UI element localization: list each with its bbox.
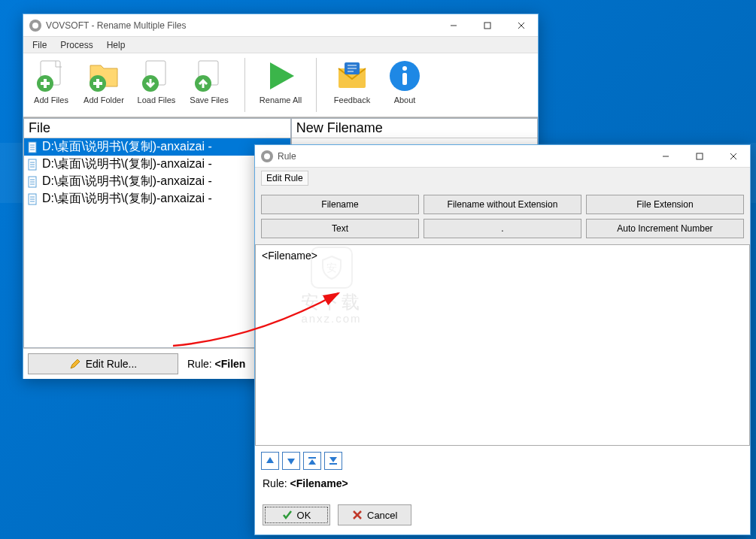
rename-all-button[interactable]: Rename All (259, 58, 302, 104)
insert-text-button[interactable]: Text (261, 219, 419, 238)
rule-window-title: Rule (278, 151, 296, 162)
play-icon (263, 58, 299, 94)
document-icon (27, 159, 39, 171)
load-files-icon (138, 58, 175, 94)
svg-rect-42 (697, 153, 703, 159)
edit-rule-label: Edit Rule (261, 171, 308, 186)
menu-file[interactable]: File (26, 38, 53, 52)
pencil-icon (69, 358, 81, 370)
nav-icons (255, 449, 750, 473)
file-row[interactable]: D:\桌面\说明书\(复制)-anxaizai - (24, 156, 290, 173)
toolbar-separator (244, 58, 245, 112)
document-icon (27, 141, 39, 153)
toolbar: Add Files Add Folder Load Files Save Fil… (23, 53, 538, 117)
menu-process[interactable]: Process (54, 38, 99, 52)
svg-rect-45 (308, 457, 316, 459)
save-files-icon (191, 58, 227, 94)
toolbar-separator (316, 58, 317, 112)
move-down-button[interactable] (282, 452, 300, 470)
dialog-footer: OK Cancel (255, 497, 750, 533)
svg-point-22 (402, 66, 407, 71)
file-column: File D:\桌面\说明书\(复制)-anxaizai - D:\桌面\说明书… (23, 118, 291, 348)
load-files-button[interactable]: Load Files (135, 58, 178, 104)
rule-titlebar: Rule (255, 145, 750, 168)
insert-filename-no-ext-button[interactable]: Filename without Extension (424, 195, 581, 214)
svg-rect-11 (93, 82, 102, 85)
svg-point-0 (32, 23, 38, 29)
svg-rect-2 (484, 23, 490, 29)
add-folder-button[interactable]: Add Folder (82, 58, 126, 104)
feedback-icon (334, 58, 370, 94)
svg-point-40 (264, 153, 270, 159)
new-filename-header: New Filename (292, 119, 537, 138)
rename-all-label: Rename All (260, 95, 302, 104)
file-header: File (24, 119, 290, 138)
file-row[interactable]: D:\桌面\说明书\(复制)-anxaizai - (24, 138, 290, 156)
minimize-button[interactable] (436, 14, 470, 37)
file-path: D:\桌面\说明书\(复制)-anxaizai - (42, 156, 212, 172)
add-files-button[interactable]: Add Files (29, 58, 73, 104)
insert-filename-button[interactable]: Filename (261, 195, 419, 214)
rule-value: <Filen (215, 358, 246, 370)
svg-rect-46 (329, 463, 337, 465)
rule-prefix: Rule: (187, 358, 215, 370)
insert-file-extension-button[interactable]: File Extension (586, 195, 744, 214)
save-files-label: Save Files (190, 95, 228, 104)
menubar: File Process Help (23, 37, 538, 53)
move-up-button[interactable] (261, 452, 279, 470)
about-button[interactable]: About (383, 58, 427, 104)
add-folder-icon (86, 58, 122, 94)
menu-help[interactable]: Help (101, 38, 132, 52)
rule-preview: Rule: <Filename> (255, 473, 750, 497)
file-list[interactable]: D:\桌面\说明书\(复制)-anxaizai - D:\桌面\说明书\(复制)… (24, 138, 290, 347)
window-title: VOVSOFT - Rename Multiple Files (46, 20, 187, 31)
file-path: D:\桌面\说明书\(复制)-anxaizai - (42, 139, 212, 155)
load-files-label: Load Files (138, 95, 176, 104)
check-icon (282, 510, 293, 520)
rule-dialog: Rule Edit Rule Filename Filename without… (254, 144, 751, 535)
app-icon (261, 150, 273, 162)
svg-rect-8 (41, 82, 50, 85)
save-files-button[interactable]: Save Files (187, 58, 231, 104)
document-icon (27, 176, 39, 188)
rule-prefix: Rule: (263, 477, 290, 489)
close-button[interactable] (716, 145, 750, 168)
maximize-button[interactable] (470, 14, 504, 37)
edit-rule-label: Edit Rule... (86, 358, 137, 370)
cancel-button[interactable]: Cancel (338, 504, 411, 525)
move-top-button[interactable] (303, 452, 321, 470)
x-icon (352, 510, 363, 520)
insert-dot-button[interactable]: . (424, 219, 581, 238)
insert-buttons: Filename Filename without Extension File… (255, 189, 750, 244)
maximize-button[interactable] (682, 145, 716, 168)
move-bottom-button[interactable] (324, 452, 342, 470)
file-path: D:\桌面\说明书\(复制)-anxaizai - (42, 174, 212, 189)
minimize-button[interactable] (648, 145, 682, 168)
info-icon (387, 58, 423, 94)
add-folder-label: Add Folder (83, 95, 124, 104)
close-button[interactable] (504, 14, 538, 37)
rule-textarea[interactable] (255, 244, 750, 446)
main-titlebar: VOVSOFT - Rename Multiple Files (23, 14, 538, 37)
edit-rule-button[interactable]: Edit Rule... (28, 353, 178, 374)
about-label: About (394, 95, 416, 104)
rule-value: <Filename> (290, 477, 348, 489)
rule-display: Rule: <Filen (187, 358, 245, 370)
feedback-label: Feedback (334, 95, 370, 104)
cancel-label: Cancel (367, 510, 397, 521)
ok-button[interactable]: OK (263, 504, 330, 525)
insert-auto-increment-button[interactable]: Auto Increment Number (586, 219, 744, 238)
file-path: D:\桌面\说明书\(复制)-anxaizai - (42, 191, 212, 207)
svg-rect-23 (402, 73, 407, 85)
add-files-label: Add Files (34, 95, 68, 104)
app-icon (29, 20, 41, 32)
feedback-button[interactable]: Feedback (330, 58, 374, 104)
ok-label: OK (297, 510, 311, 521)
file-row[interactable]: D:\桌面\说明书\(复制)-anxaizai - (24, 173, 290, 190)
add-files-icon (33, 58, 69, 94)
file-row[interactable]: D:\桌面\说明书\(复制)-anxaizai - (24, 190, 290, 207)
document-icon (27, 193, 39, 205)
edit-rule-row: Edit Rule (255, 168, 750, 189)
